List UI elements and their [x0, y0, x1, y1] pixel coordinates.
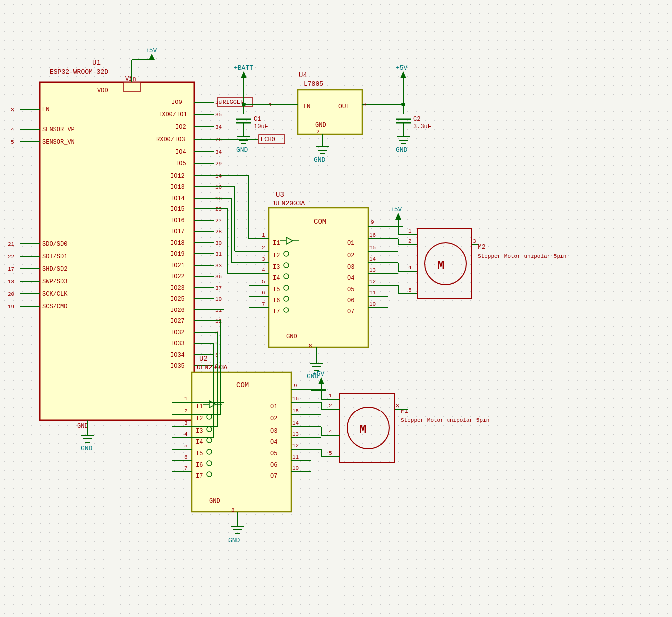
pin-sdi-num: 22	[8, 254, 14, 260]
u3-i6-label: I6	[273, 297, 280, 304]
u2-o2-num: 15	[292, 408, 299, 414]
pwr-5v-u4-out: +5V	[396, 64, 408, 72]
m1-part-label: Stepper_Motor_unipolar_5pin	[401, 417, 489, 423]
pin-io19-label: IO19	[170, 251, 185, 258]
pin-io5-num: 29	[215, 161, 222, 167]
pin-sck-num: 20	[8, 291, 14, 297]
pin-svn-num: 5	[11, 139, 14, 145]
u3-o6-num: 11	[369, 290, 376, 296]
pin-rxd0-label: RXD0/IO3	[156, 136, 185, 143]
pin-io0-label: IO0	[171, 99, 182, 106]
u3-o7-label: O7	[347, 308, 354, 315]
u2-i4-num: 4	[184, 431, 188, 437]
u2-o1-label: O1	[270, 403, 277, 410]
u1-gnd-label: GND	[77, 423, 88, 430]
svg-marker-54	[241, 71, 247, 78]
pin-svn-label: SENSOR_VN	[42, 139, 75, 146]
pwr-5v-m1: +5V	[313, 370, 325, 378]
u3-i5-label: I5	[273, 286, 280, 293]
pin-io5-label: IO5	[175, 160, 186, 167]
pin-io2-label: IO2	[175, 124, 186, 131]
svg-point-104	[425, 243, 466, 285]
u4-pin2-num: 2	[316, 129, 320, 135]
c2-value: 3.3uF	[413, 123, 431, 130]
u3-part-label: ULN2003A	[274, 200, 305, 207]
pin-io2-num: 34	[215, 124, 222, 130]
u3-i5-num: 5	[262, 279, 265, 285]
svg-marker-162	[318, 377, 324, 384]
u3-i6-num: 6	[262, 290, 265, 296]
gnd-c1: GND	[236, 146, 248, 154]
m2-pin3-num: 3	[473, 238, 476, 244]
pin-io16-num: 27	[215, 218, 222, 224]
pin-shd-num: 17	[8, 266, 14, 272]
u3-com-label: COM	[314, 218, 326, 226]
u3-i4-label: I4	[273, 275, 280, 282]
m2-symbol: M	[437, 259, 444, 272]
u3-o1-num: 16	[369, 232, 376, 238]
u2-o7-label: O7	[270, 473, 277, 480]
gnd-u1: GND	[81, 445, 93, 452]
u4-ref-label: U4	[299, 71, 307, 79]
u4-part-label: L7805	[304, 80, 323, 88]
u2-i5-num: 5	[184, 443, 188, 449]
m2-pin1-num: 1	[408, 228, 412, 234]
gnd-c2: GND	[396, 146, 408, 154]
u3-o3-num: 14	[369, 256, 376, 262]
pin-io32-label: IO32	[170, 329, 185, 336]
pin-io14-label: IO14	[170, 195, 185, 202]
u3-o2-num: 15	[369, 245, 376, 251]
pin-en-num: 3	[11, 107, 14, 113]
pin-io25-label: IO25	[170, 296, 185, 303]
u3-i2-num: 2	[262, 245, 265, 251]
c1-label: C1	[254, 116, 261, 123]
u3-i1-label: I1	[273, 240, 280, 247]
pin-svp-label: SENSOR_VP	[42, 126, 75, 133]
u2-o1-num: 16	[292, 396, 299, 402]
m1-pin5-num: 5	[329, 450, 332, 456]
u3-pin9-num: 9	[371, 219, 374, 225]
u4-out-label: OUT	[338, 103, 350, 110]
trigger-label: TRIGGER	[219, 99, 244, 106]
schematic-diagram: U1 ESP32-WROOM-32D VDD Vin +5V GND GND 3…	[0, 0, 672, 617]
u3-gnd-label: GND	[286, 333, 297, 340]
u3-o5-label: O5	[347, 286, 354, 293]
pin-io13-label: IO13	[170, 184, 185, 191]
c2-label: C2	[413, 116, 420, 123]
c1-value: 10uF	[254, 123, 268, 130]
u1-ref-label: U1	[92, 59, 101, 67]
u3-o2-label: O2	[347, 252, 354, 259]
u2-o5-label: O5	[270, 450, 277, 457]
gnd-u4: GND	[314, 156, 326, 164]
pin-io4-num: 34	[215, 149, 222, 155]
svg-marker-4	[149, 54, 155, 60]
svg-rect-152	[340, 393, 395, 463]
u1-vdd-label: VDD	[97, 87, 108, 94]
u3-i2-label: I2	[273, 252, 280, 259]
m2-pin5-num: 5	[408, 287, 412, 293]
svg-rect-45	[298, 90, 362, 134]
m2-pin2-num: 2	[408, 238, 412, 244]
u2-i7-num: 7	[184, 465, 188, 471]
m1-symbol: M	[359, 423, 366, 436]
pin-io22-num: 36	[215, 274, 222, 280]
pin-io33-label: IO33	[170, 340, 185, 347]
u3-o4-label: O4	[347, 275, 354, 282]
pwr-5v-u1: +5V	[145, 47, 157, 54]
u2-i1-num: 1	[184, 396, 188, 402]
u2-pin8-num: 8	[231, 507, 235, 513]
pin-shd-label: SHD/SD2	[42, 266, 67, 273]
u3-o1-label: O1	[347, 240, 354, 247]
u4-in-label: IN	[303, 103, 311, 110]
pin-swp-label: SWP/SD3	[42, 278, 67, 285]
u2-ref-label: U2	[199, 355, 208, 363]
m1-pin4-num: 4	[329, 429, 332, 435]
pin-io4-label: IO4	[175, 149, 186, 156]
pin-io16-label: IO16	[170, 217, 185, 224]
pin-sdo-label: SDO/SD0	[42, 241, 67, 248]
u2-o3-label: O3	[270, 428, 277, 435]
u3-pin8-num: 8	[309, 343, 312, 349]
pin-en-label: EN	[42, 106, 49, 113]
u2-o7-num: 10	[292, 465, 299, 471]
u3-i7-num: 7	[262, 301, 265, 307]
